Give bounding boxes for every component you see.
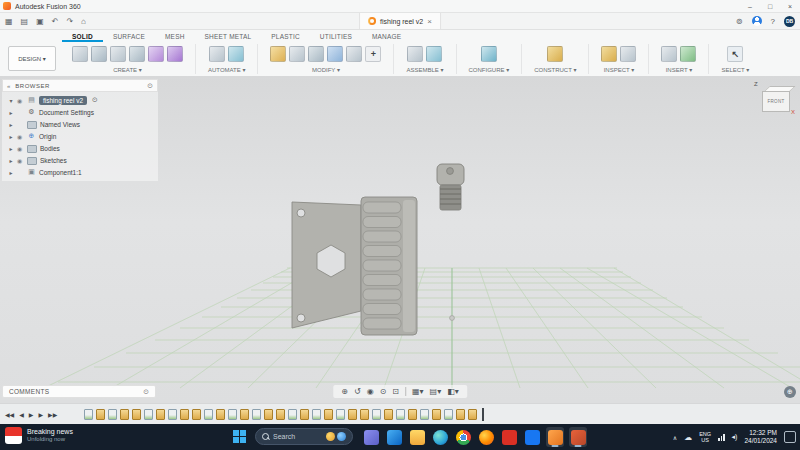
expand-icon[interactable] [8, 157, 14, 164]
powerpoint-taskbar-button[interactable] [569, 427, 587, 447]
play-icon[interactable]: ▶ [29, 411, 34, 418]
expand-icon[interactable] [8, 121, 14, 128]
insert-mesh-icon[interactable] [680, 46, 696, 62]
home-icon[interactable]: ⌂ [81, 17, 86, 26]
model-viewport[interactable]: BROWSER fishing reel v2 Document Setting… [0, 76, 800, 403]
extrude-icon[interactable] [91, 46, 107, 62]
browser-tree-item[interactable]: Origin [2, 130, 158, 142]
press-pull-icon[interactable] [270, 46, 286, 62]
sketch-feature-icon[interactable] [336, 409, 345, 420]
extrude-feature-icon[interactable] [468, 409, 477, 420]
comments-bar[interactable]: COMMENTS [2, 385, 156, 398]
visibility-icon[interactable] [17, 97, 24, 104]
sketch-feature-icon[interactable] [444, 409, 453, 420]
browser-collapse-icon[interactable] [7, 83, 10, 89]
visibility-icon[interactable] [17, 157, 24, 164]
job-status-icon[interactable] [736, 17, 743, 26]
step-forward-icon[interactable]: ▶ [38, 411, 43, 418]
undo-icon[interactable]: ↶ [52, 17, 59, 26]
orbit-icon[interactable]: ↺ [354, 388, 361, 396]
grab-pan-icon[interactable]: ⊕ [341, 388, 348, 396]
sketch-feature-icon[interactable] [108, 409, 117, 420]
extrude-feature-icon[interactable] [216, 409, 225, 420]
ribbon-tab-solid[interactable]: SOLID [62, 30, 103, 42]
extrude-feature-icon[interactable] [456, 409, 465, 420]
measure-icon[interactable] [601, 46, 617, 62]
insert-derive-icon[interactable] [661, 46, 677, 62]
sketch-feature-icon[interactable] [228, 409, 237, 420]
expand-icon[interactable] [8, 133, 14, 140]
minimize-icon[interactable] [740, 0, 760, 12]
help-icon[interactable] [771, 17, 775, 26]
sketch-feature-icon[interactable] [204, 409, 213, 420]
save-icon[interactable]: ▣ [36, 17, 44, 26]
browser-tree-item[interactable]: Sketches [2, 154, 158, 166]
browser-options-icon[interactable] [147, 82, 153, 90]
sketch-feature-icon[interactable] [252, 409, 261, 420]
expand-viewport-icon[interactable] [784, 386, 796, 398]
sketch-feature-icon[interactable] [144, 409, 153, 420]
close-icon[interactable] [780, 0, 800, 12]
design-workspace-button[interactable]: DESIGN ▾ [8, 46, 56, 71]
facebook-taskbar-button[interactable] [523, 427, 541, 447]
new-solid-icon[interactable] [72, 46, 88, 62]
app-grid-icon[interactable]: ▦ [5, 17, 13, 26]
onedrive-cloud-icon[interactable] [684, 433, 692, 442]
root-options-icon[interactable] [92, 96, 98, 104]
ribbon-group-label[interactable]: ASSEMBLE ▾ [406, 66, 443, 73]
visibility-icon[interactable] [17, 133, 24, 140]
browser-tree-item[interactable]: Bodies [2, 142, 158, 154]
go-to-start-icon[interactable]: ◀◀ [5, 411, 14, 418]
revolve-icon[interactable] [110, 46, 126, 62]
extrude-feature-icon[interactable] [96, 409, 105, 420]
joint-icon[interactable] [426, 46, 442, 62]
youtube-taskbar-button[interactable] [500, 427, 518, 447]
search-highlight-icon[interactable] [326, 432, 335, 441]
extrude-feature-icon[interactable] [240, 409, 249, 420]
browser-tree-item[interactable]: Document Settings [2, 106, 158, 118]
step-back-icon[interactable]: ◀ [19, 411, 24, 418]
extrude-feature-icon[interactable] [408, 409, 417, 420]
ribbon-group-label[interactable]: INSERT ▾ [666, 66, 692, 73]
teams-taskbar-button[interactable] [362, 427, 380, 447]
browser-tree-item[interactable]: Component1:1 [2, 166, 158, 178]
move-copy-icon[interactable]: + [365, 46, 381, 62]
expand-icon[interactable] [8, 145, 14, 152]
viewport-layout-icon[interactable]: ◧▾ [447, 388, 459, 396]
ribbon-tab-mesh[interactable]: MESH [155, 30, 195, 42]
chrome-taskbar-button[interactable] [454, 427, 472, 447]
file-explorer-taskbar-button[interactable] [408, 427, 426, 447]
volume-icon[interactable] [732, 433, 738, 441]
file-menu-icon[interactable]: ▤ [21, 17, 29, 26]
extrude-feature-icon[interactable] [432, 409, 441, 420]
sketch-feature-icon[interactable] [396, 409, 405, 420]
sketch-feature-icon[interactable] [372, 409, 381, 420]
document-tab[interactable]: fishing reel v2 [359, 13, 441, 29]
language-switcher[interactable]: ENG US [699, 431, 711, 444]
fillet-icon[interactable] [289, 46, 305, 62]
firefox-taskbar-button[interactable] [477, 427, 495, 447]
browser-root-label[interactable]: fishing reel v2 [39, 96, 87, 105]
look-at-icon[interactable]: ◉ [367, 388, 374, 396]
notification-center-icon[interactable] [784, 431, 796, 443]
extrude-feature-icon[interactable] [360, 409, 369, 420]
clock[interactable]: 12:32 PM 24/01/2024 [744, 429, 777, 446]
ribbon-tab-sheet-metal[interactable]: SHEET METAL [195, 30, 262, 42]
extrude-feature-icon[interactable] [120, 409, 129, 420]
browser-tree-item[interactable]: Named Views [2, 118, 158, 130]
ribbon-group-label[interactable]: CONSTRUCT ▾ [534, 66, 576, 73]
user-avatar[interactable]: DB [784, 16, 795, 27]
grid-settings-icon[interactable]: ▤▾ [430, 388, 442, 396]
visibility-icon[interactable] [17, 145, 24, 152]
comments-options-icon[interactable] [143, 388, 149, 396]
new-component-icon[interactable] [407, 46, 423, 62]
fusion-360-taskbar-button[interactable] [546, 427, 564, 447]
go-to-end-icon[interactable]: ▶▶ [48, 411, 57, 418]
combine-icon[interactable] [327, 46, 343, 62]
display-settings-icon[interactable]: ▦▾ [412, 388, 424, 396]
sweep-icon[interactable] [129, 46, 145, 62]
expand-icon[interactable] [8, 169, 14, 176]
section-analysis-icon[interactable] [620, 46, 636, 62]
sketch-feature-icon[interactable] [312, 409, 321, 420]
fit-view-icon[interactable]: ⊡ [392, 388, 399, 396]
